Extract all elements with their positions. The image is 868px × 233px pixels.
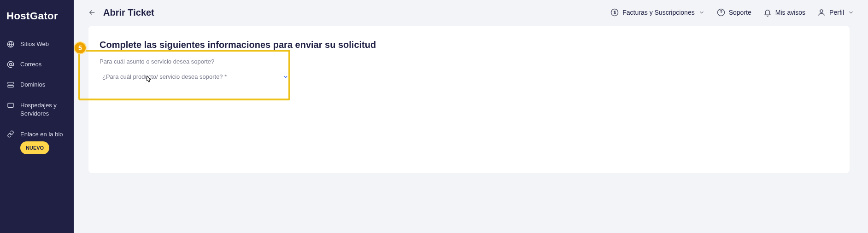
top-link-label: Facturas y Suscripciones — [622, 9, 694, 16]
back-button[interactable] — [88, 8, 97, 17]
link-icon — [6, 130, 15, 138]
folder-icon — [6, 101, 15, 109]
globe-icon — [6, 40, 15, 48]
sidebar-item-correos[interactable]: Correos — [0, 54, 74, 75]
form-heading: Complete las siguientes informaciones pa… — [100, 40, 839, 50]
sidebar-item-hospedajes[interactable]: Hospedajes y Servidores — [0, 95, 74, 124]
bell-icon — [763, 8, 772, 17]
sidebar-item-dominios[interactable]: Dominios — [0, 75, 74, 95]
server-icon — [6, 81, 15, 89]
top-link-perfil[interactable]: Perfil — [817, 8, 854, 17]
svg-point-1 — [9, 63, 12, 65]
topbar: Abrir Ticket Facturas y Suscripciones So… — [74, 0, 868, 25]
step-badge: 5 — [74, 41, 87, 54]
user-icon — [817, 8, 826, 17]
subject-field: Para cuál asunto o servicio desea soport… — [100, 58, 289, 84]
svg-rect-2 — [8, 82, 13, 84]
top-link-label: Mis avisos — [775, 9, 805, 16]
select-placeholder: ¿Para cuál producto/ servicio desea sopo… — [102, 73, 227, 80]
sidebar-item-enlace-bio[interactable]: Enlace en la bio NUEVO — [0, 124, 74, 160]
top-link-label: Soporte — [729, 9, 751, 16]
chevron-down-icon — [848, 9, 854, 16]
top-link-facturas[interactable]: Facturas y Suscripciones — [610, 8, 704, 17]
sidebar: HostGator Sitios Web Correos Dominios Ho… — [0, 0, 74, 233]
sidebar-item-label: Enlace en la bio NUEVO — [20, 130, 67, 154]
svg-rect-3 — [8, 85, 13, 87]
sidebar-item-label: Hospedajes y Servidores — [20, 101, 67, 118]
chevron-down-icon — [283, 74, 288, 80]
main-card: Complete las siguientes informaciones pa… — [88, 26, 850, 173]
subject-select[interactable]: ¿Para cuál producto/ servicio desea sopo… — [100, 70, 289, 84]
sidebar-item-sitios-web[interactable]: Sitios Web — [0, 34, 74, 54]
field-label: Para cuál asunto o servicio desea soport… — [100, 58, 289, 65]
top-link-avisos[interactable]: Mis avisos — [763, 8, 805, 17]
at-icon — [6, 60, 15, 69]
help-icon — [717, 8, 725, 17]
top-link-label: Perfil — [829, 9, 844, 16]
dollar-icon — [610, 8, 619, 17]
page-title-wrap: Abrir Ticket — [88, 7, 154, 18]
brand-logo: HostGator — [0, 0, 74, 34]
sidebar-item-text: Enlace en la bio — [20, 131, 63, 138]
nav: Sitios Web Correos Dominios Hospedajes y… — [0, 34, 74, 160]
top-link-soporte[interactable]: Soporte — [717, 8, 751, 17]
svg-rect-4 — [8, 103, 13, 107]
chevron-down-icon — [698, 9, 705, 16]
svg-point-7 — [820, 10, 823, 12]
page-title: Abrir Ticket — [103, 7, 154, 18]
sidebar-item-label: Sitios Web — [20, 40, 67, 48]
sidebar-item-label: Dominios — [20, 81, 67, 89]
nuevo-badge: NUEVO — [20, 141, 49, 154]
sidebar-item-label: Correos — [20, 60, 67, 69]
